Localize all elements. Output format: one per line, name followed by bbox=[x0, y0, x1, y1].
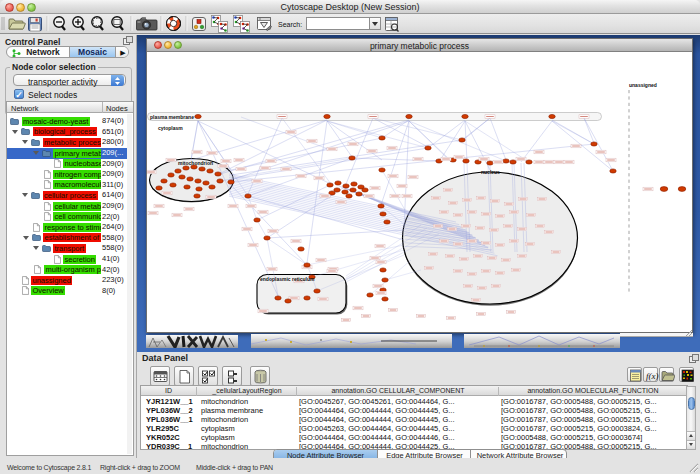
svg-text:cytoplasm: cytoplasm bbox=[158, 125, 183, 131]
svg-text:endoplasmic reticulum: endoplasmic reticulum bbox=[260, 276, 315, 282]
svg-text:f(x): f(x) bbox=[646, 371, 659, 381]
svg-text:plasma membrane: plasma membrane bbox=[150, 114, 194, 120]
svg-text:mitochondrion: mitochondrion bbox=[178, 160, 213, 166]
svg-text:unassigned: unassigned bbox=[629, 82, 657, 88]
svg-text:nucleus: nucleus bbox=[481, 169, 500, 175]
